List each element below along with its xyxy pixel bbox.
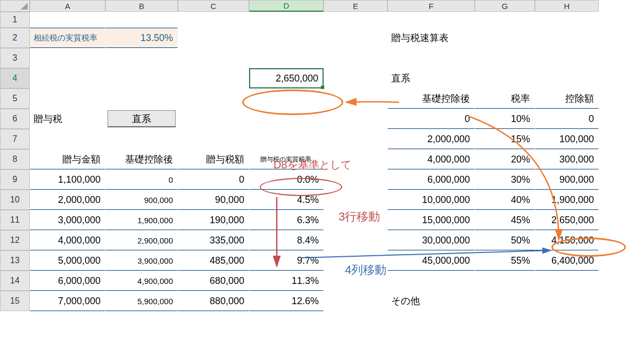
table-cell[interactable]: 1,900,000 — [105, 210, 178, 230]
cell[interactable] — [324, 291, 387, 311]
cell-A8[interactable]: 贈与金額 — [30, 149, 105, 169]
table-cell[interactable]: 8.4% — [249, 230, 324, 250]
cell[interactable] — [324, 190, 387, 210]
row-header-2[interactable]: 2 — [0, 28, 30, 48]
cell[interactable] — [249, 88, 324, 109]
table-cell[interactable]: 190,000 — [178, 210, 249, 230]
table-cell[interactable]: 100,000 — [535, 129, 599, 149]
cell[interactable] — [535, 271, 599, 291]
cell[interactable] — [30, 48, 105, 68]
table-cell[interactable]: 6.3% — [249, 210, 324, 230]
cell[interactable] — [30, 68, 105, 88]
cell[interactable] — [324, 68, 387, 88]
cell[interactable] — [324, 88, 387, 109]
cell-B8[interactable]: 基礎控除後 — [105, 149, 178, 169]
cell[interactable] — [178, 109, 249, 129]
table-cell[interactable]: 50% — [475, 230, 535, 250]
cell[interactable] — [387, 271, 475, 291]
table-cell[interactable]: 12.6% — [249, 291, 324, 311]
table-cell[interactable]: 5,000,000 — [30, 250, 105, 271]
table-cell[interactable]: 485,000 — [178, 250, 249, 271]
cell[interactable] — [324, 271, 387, 291]
cell[interactable] — [249, 109, 324, 129]
cell-A1[interactable] — [30, 12, 105, 28]
table-cell[interactable]: 4.5% — [249, 190, 324, 210]
button-direct-line[interactable]: 直系 — [108, 110, 176, 127]
col-header-B[interactable]: B — [105, 0, 178, 12]
table-cell[interactable]: 0.0% — [249, 169, 324, 190]
cell-H5[interactable]: 控除額 — [535, 88, 599, 109]
cell[interactable] — [387, 12, 475, 28]
cell-D8[interactable]: 贈与税の実質税率 — [249, 149, 324, 169]
cell[interactable] — [105, 48, 178, 68]
row-header-12[interactable]: 12 — [0, 230, 30, 250]
cell[interactable] — [324, 28, 387, 48]
cell[interactable] — [324, 169, 387, 190]
col-header-A[interactable]: A — [30, 0, 105, 12]
cell[interactable] — [324, 48, 387, 68]
cell[interactable] — [535, 12, 599, 28]
cell[interactable] — [324, 230, 387, 250]
table-cell[interactable]: 900,000 — [535, 169, 599, 190]
table-cell[interactable]: 0 — [105, 169, 178, 190]
cell[interactable] — [535, 68, 599, 88]
cell-F15[interactable]: その他 — [387, 291, 475, 311]
table-cell[interactable]: 1,100,000 — [30, 169, 105, 190]
table-cell[interactable]: 3,000,000 — [30, 210, 105, 230]
table-cell[interactable]: 30,000,000 — [387, 230, 475, 250]
cell-B2[interactable]: 13.50% — [105, 28, 178, 48]
cell[interactable] — [324, 210, 387, 230]
table-cell[interactable]: 2,000,000 — [30, 190, 105, 210]
cell[interactable] — [178, 88, 249, 109]
table-cell[interactable]: 0 — [178, 169, 249, 190]
cell[interactable] — [178, 12, 249, 28]
cell[interactable] — [324, 129, 387, 149]
table-cell[interactable]: 55% — [475, 250, 535, 271]
cell[interactable] — [475, 291, 535, 311]
row-header-1[interactable]: 1 — [0, 12, 30, 28]
cell[interactable] — [30, 88, 105, 109]
table-cell[interactable]: 3,900,000 — [105, 250, 178, 271]
cell[interactable] — [475, 48, 535, 68]
col-header-H[interactable]: H — [535, 0, 599, 12]
table-cell[interactable]: 90,000 — [178, 190, 249, 210]
cell[interactable] — [324, 12, 387, 28]
cell[interactable] — [249, 48, 324, 68]
cell-F5[interactable]: 基礎控除後 — [387, 88, 475, 109]
row-header-10[interactable]: 10 — [0, 190, 30, 210]
row-header-4[interactable]: 4 — [0, 68, 30, 88]
cell-D4-active[interactable]: 2,650,000 — [249, 68, 324, 88]
table-cell[interactable]: 680,000 — [178, 271, 249, 291]
cell-C8[interactable]: 贈与税額 — [178, 149, 249, 169]
table-cell[interactable]: 4,000,000 — [30, 230, 105, 250]
row-header-14[interactable]: 14 — [0, 271, 30, 291]
cell[interactable] — [324, 250, 387, 271]
table-cell[interactable]: 45,000,000 — [387, 250, 475, 271]
table-cell[interactable]: 0 — [387, 109, 475, 129]
col-header-F[interactable]: F — [387, 0, 475, 12]
row-header-15[interactable]: 15 — [0, 291, 30, 311]
table-cell[interactable]: 1,900,000 — [535, 190, 599, 210]
cell[interactable] — [178, 129, 249, 149]
row-header-8[interactable]: 8 — [0, 149, 30, 169]
table-cell[interactable]: 9.7% — [249, 250, 324, 271]
cell-G5[interactable]: 税率 — [475, 88, 535, 109]
cell[interactable] — [178, 48, 249, 68]
table-cell[interactable]: 45% — [475, 210, 535, 230]
table-cell[interactable]: 4,900,000 — [105, 271, 178, 291]
table-cell[interactable]: 15% — [475, 129, 535, 149]
cell[interactable] — [535, 48, 599, 68]
table-cell[interactable]: 40% — [475, 190, 535, 210]
cell[interactable] — [249, 129, 324, 149]
cell[interactable] — [535, 28, 599, 48]
table-cell[interactable]: 335,000 — [178, 230, 249, 250]
table-cell[interactable]: 15,000,000 — [387, 210, 475, 230]
cell[interactable] — [249, 12, 324, 28]
cell-F2[interactable]: 贈与税速算表 — [387, 28, 475, 48]
row-header-13[interactable]: 13 — [0, 250, 30, 271]
col-header-G[interactable]: G — [475, 0, 535, 12]
col-header-E[interactable]: E — [324, 0, 387, 12]
table-cell[interactable]: 10% — [475, 109, 535, 129]
cell-A2[interactable]: 相続税の実質税率 — [30, 28, 105, 48]
cell-F4[interactable]: 直系 — [387, 68, 475, 88]
